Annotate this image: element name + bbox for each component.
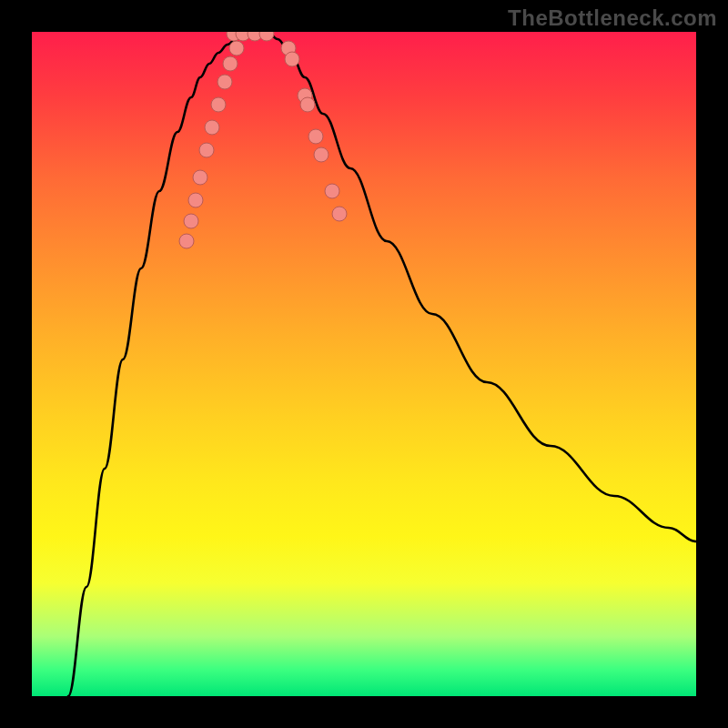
marker-dot xyxy=(223,56,238,71)
marker-dot xyxy=(211,97,226,112)
marker-dot xyxy=(259,32,274,41)
plot-area xyxy=(32,32,696,696)
marker-dot xyxy=(199,143,214,157)
marker-dot xyxy=(314,147,329,162)
marker-dot xyxy=(300,97,315,112)
marker-dot xyxy=(193,170,207,185)
marker-dot xyxy=(179,234,194,248)
curve-right-curve xyxy=(268,33,696,541)
marker-dot xyxy=(229,41,244,56)
marker-dot xyxy=(332,207,347,221)
marker-dot xyxy=(285,52,299,66)
marker-dot xyxy=(308,129,323,144)
marker-dot xyxy=(184,214,198,228)
curve-layer xyxy=(68,33,696,696)
marker-dot xyxy=(188,193,203,207)
watermark-text: TheBottleneck.com xyxy=(508,5,717,31)
chart-svg xyxy=(32,32,696,696)
marker-dot xyxy=(325,184,339,198)
chart-frame: TheBottleneck.com xyxy=(0,0,728,728)
marker-layer xyxy=(179,32,347,248)
curve-left-curve xyxy=(68,33,250,696)
marker-dot xyxy=(205,120,219,135)
marker-dot xyxy=(217,75,232,89)
